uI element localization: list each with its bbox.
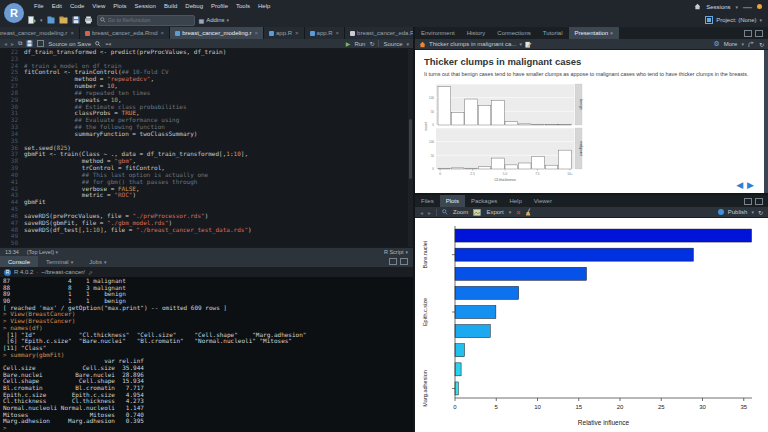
next-plot-icon[interactable]: ▸: [428, 209, 431, 216]
source-tab-breast_cancer_modeling.r[interactable]: breast_cancer_modeling.r×: [0, 27, 80, 39]
maximize-pane-icon[interactable]: [755, 30, 763, 37]
print-icon[interactable]: [84, 15, 93, 25]
home-icon[interactable]: [694, 2, 701, 12]
console-tab-console[interactable]: Console: [0, 256, 38, 267]
more-menu[interactable]: More: [724, 41, 738, 47]
source-tab-app.R[interactable]: app.R×: [305, 27, 346, 39]
run-button[interactable]: Run: [354, 41, 365, 47]
scope-selector[interactable]: (Top Level) ▾: [27, 249, 58, 255]
tab-files[interactable]: Files: [415, 195, 440, 207]
project-menu[interactable]: Project: (None): [716, 17, 756, 23]
plots-pane: FilesPlotsPackagesHelpViewer ◂ ▸ Zoom Ex…: [415, 195, 768, 432]
tab-help[interactable]: Help: [503, 195, 527, 207]
chevron-down-icon[interactable]: ▾: [509, 209, 512, 215]
edit-icon[interactable]: [525, 39, 532, 49]
svg-text:5.0: 5.0: [503, 172, 508, 176]
menu-session[interactable]: Session: [131, 0, 160, 13]
code-tools-icon[interactable]: ⌁▾: [105, 40, 111, 47]
tab-connections[interactable]: Connections: [491, 27, 536, 39]
minimize-pane-icon[interactable]: [389, 258, 397, 265]
previous-slide-icon[interactable]: ◀: [736, 180, 747, 190]
svg-text:20: 20: [617, 404, 624, 410]
search-icon[interactable]: [95, 39, 101, 49]
menu-code[interactable]: Code: [66, 0, 88, 13]
close-tab-icon[interactable]: ×: [70, 30, 74, 36]
save-icon[interactable]: [72, 15, 80, 25]
editor-scrollbar[interactable]: [408, 49, 413, 247]
clear-plots-broom-icon[interactable]: [525, 207, 532, 217]
source-tab-breast_cancer_eda.Rmd[interactable]: breast_cancer_eda.Rmd×: [80, 27, 170, 39]
menu-profile[interactable]: Profile: [207, 0, 232, 13]
close-tab-icon[interactable]: ×: [161, 30, 165, 36]
close-tab-icon[interactable]: ×: [255, 30, 259, 36]
console-tabstrip: ConsoleTerminal▾Jobs▾: [0, 256, 413, 267]
menu-tools[interactable]: Tools: [232, 0, 254, 13]
back-icon[interactable]: ◂: [4, 40, 7, 47]
new-project-icon[interactable]: [47, 15, 55, 25]
export-button[interactable]: Export: [486, 209, 503, 215]
file-type-selector[interactable]: R Script: [384, 249, 404, 255]
menu-plots[interactable]: Plots: [109, 0, 130, 13]
tab-plots[interactable]: Plots: [440, 195, 465, 207]
sessions-button[interactable]: Sessions: [706, 4, 730, 10]
addins-button[interactable]: ▦ Addins ▾: [199, 17, 230, 24]
menu-debug[interactable]: Debug: [181, 0, 207, 13]
chevron-down-icon[interactable]: ▾: [40, 17, 43, 23]
rerun-icon[interactable]: ↻: [369, 40, 374, 47]
publish-button[interactable]: Publish: [728, 209, 748, 215]
forward-icon[interactable]: ▸: [11, 40, 14, 47]
code-editor[interactable]: 22df_train_transformed <- predict(prePro…: [0, 49, 413, 247]
popout-icon[interactable]: ⧉: [18, 40, 22, 47]
tab-packages[interactable]: Packages: [465, 195, 503, 207]
minimize-pane-icon[interactable]: [744, 30, 752, 37]
open-folder-icon[interactable]: [59, 15, 68, 25]
open-directory-icon[interactable]: ⇗: [88, 269, 93, 276]
console-tab-jobs[interactable]: Jobs▾: [81, 256, 114, 267]
close-tab-icon[interactable]: ×: [336, 30, 340, 36]
rstudio-logo: R: [4, 3, 24, 23]
menu-build[interactable]: Build: [160, 0, 181, 13]
remove-plot-icon[interactable]: ×: [516, 209, 520, 216]
source-tab-breast_cancer_modeling.r[interactable]: breast_cancer_modeling.r×: [170, 27, 264, 39]
maximize-pane-icon[interactable]: [400, 258, 408, 265]
console-output[interactable]: 87 4 1 malignant88 8 3 malignant89 1 1 b…: [0, 277, 413, 432]
previous-plot-icon[interactable]: ◂: [420, 209, 423, 216]
source-tabstrip: breast_cancer_modeling.r×breast_cancer_e…: [0, 27, 413, 39]
tab-viewer[interactable]: Viewer: [528, 195, 558, 207]
svg-text:35: 35: [740, 404, 747, 410]
goto-file-box[interactable]: [97, 15, 195, 26]
presentation-pane: EnvironmentHistoryConnectionsTutorialPre…: [415, 27, 768, 193]
tab-presentation[interactable]: Presentation▾: [569, 27, 619, 39]
r-file-icon: [269, 31, 274, 36]
save-icon[interactable]: [26, 39, 33, 49]
home-icon[interactable]: [419, 39, 426, 49]
source-on-save-checkbox[interactable]: [37, 40, 44, 47]
new-file-icon[interactable]: [28, 15, 36, 25]
run-icon: ▶: [346, 40, 351, 47]
refresh-icon[interactable]: ↻: [759, 41, 764, 48]
zoom-button[interactable]: Zoom: [453, 209, 468, 215]
console-tab-terminal[interactable]: Terminal▾: [38, 256, 81, 267]
source-button[interactable]: Source: [383, 41, 402, 47]
refresh-icon[interactable]: ↻: [758, 209, 763, 216]
slide-navigation-menu[interactable]: Thicker clumps in malignant ca...: [429, 41, 516, 47]
presentation-scrollbar[interactable]: [764, 50, 768, 193]
source-tab-app.R[interactable]: app.R×: [264, 27, 305, 39]
presentation-toolbar: Thicker clumps in malignant ca... ▾ ⚙ Mo…: [415, 39, 768, 50]
close-tab-icon[interactable]: ×: [295, 30, 299, 36]
svg-text:malignant: malignant: [579, 141, 583, 156]
maximize-pane-icon[interactable]: [755, 198, 763, 205]
share-icon[interactable]: [748, 39, 755, 49]
menu-view[interactable]: View: [88, 0, 109, 13]
tab-environment[interactable]: Environment: [415, 27, 461, 39]
menu-file[interactable]: File: [30, 0, 48, 13]
menu-help[interactable]: Help: [254, 0, 274, 13]
menu-edit[interactable]: Edit: [48, 0, 66, 13]
chevron-down-icon[interactable]: ▾: [406, 41, 409, 47]
goto-file-input[interactable]: [108, 17, 188, 23]
next-slide-icon[interactable]: ▶: [747, 180, 758, 190]
source-tab-breast_cancer_eda.Rpres[interactable]: breast_cancer_eda.Rpres×: [345, 27, 413, 39]
tab-tutorial[interactable]: Tutorial: [537, 27, 569, 39]
tab-history[interactable]: History: [461, 27, 492, 39]
minimize-pane-icon[interactable]: [744, 198, 752, 205]
